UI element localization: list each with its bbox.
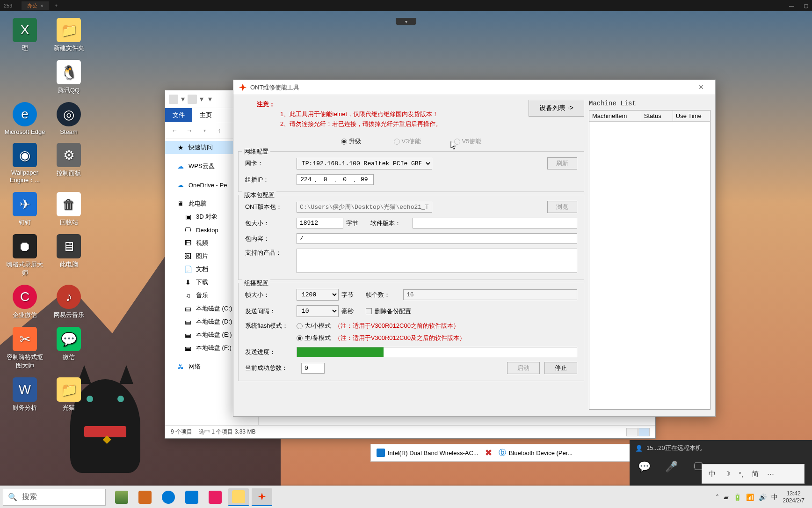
folder-icon (169, 95, 178, 104)
radio-v5[interactable]: V5使能 (454, 137, 482, 146)
radio-upgrade[interactable]: 升级 (341, 137, 361, 146)
multicast-ip-input[interactable]: . . . (297, 174, 374, 185)
frame-size-select[interactable]: 1200 (297, 289, 339, 301)
ime-jian[interactable]: 简 (750, 469, 761, 479)
desktop-icon-edge[interactable]: eMicrosoft Edge (4, 102, 46, 135)
maximize-icon[interactable]: ▢ (804, 3, 808, 9)
desktop-icon-steam[interactable]: ◎Steam (48, 102, 90, 135)
desktop-icon[interactable]: ♪网易云音乐 (48, 285, 90, 319)
tray-todesk-icon[interactable]: ▰ (724, 493, 729, 501)
active-tab[interactable]: 办公 × (22, 1, 49, 10)
desktop-icon[interactable]: ⏺嗨格式录屏大师 (4, 234, 46, 277)
desktop-icon-wechat[interactable]: 💬微信 (48, 327, 90, 370)
ime-settings-icon[interactable]: ⋯ (765, 469, 776, 479)
tray-clock[interactable]: 13:42 2024/2/7 (783, 490, 805, 504)
search-icon: 🔍 (8, 493, 17, 501)
fieldset-legend: 版本包配置 (242, 191, 276, 199)
ime-zhong[interactable]: 中 (707, 469, 718, 479)
refresh-button[interactable]: 刷新 (547, 157, 577, 169)
col-machineitem[interactable]: MachineItem (589, 110, 641, 121)
back-button[interactable]: ← (169, 127, 180, 134)
ime-moon-icon[interactable]: ☽ (722, 469, 732, 479)
success-count-input[interactable] (301, 363, 325, 374)
ime-bar[interactable]: 中 ☽ °, 简 ⋯ (702, 464, 805, 484)
col-status[interactable]: Status (641, 110, 673, 121)
ip-octet-4[interactable] (355, 175, 373, 184)
tray-volume-icon[interactable]: 🔊 (759, 493, 767, 501)
swver-input[interactable] (413, 218, 577, 228)
start-button[interactable]: 启动 (507, 362, 540, 374)
package-path-input[interactable] (297, 202, 432, 213)
device-list-button[interactable]: 设备列表 -> (529, 100, 584, 117)
qat-icon[interactable] (188, 95, 197, 104)
huawei-logo-icon (238, 83, 247, 92)
content-input[interactable] (297, 233, 577, 244)
history-dropdown[interactable]: ▾ (199, 128, 210, 133)
mic-icon[interactable]: 🎤 (664, 460, 678, 474)
size-input[interactable] (297, 218, 343, 228)
ont-titlebar[interactable]: ONT维修使能工具 × (233, 80, 715, 95)
delete-backup-checkbox[interactable]: 删除备份配置 (366, 307, 411, 316)
tray-ime[interactable]: 中 (771, 493, 778, 501)
col-usetime[interactable]: Use Time (673, 110, 710, 121)
ribbon-tab-file[interactable]: 文件 (165, 108, 192, 122)
radio-flash-small[interactable]: 大/小模式 (297, 322, 331, 330)
task-app[interactable] (205, 488, 225, 506)
close-button[interactable]: × (692, 81, 710, 94)
view-icons-button[interactable] (638, 428, 650, 436)
task-app[interactable] (181, 488, 202, 506)
nic-select[interactable]: IP:192.168.1.100 Realtek PCIe GBE Family… (297, 158, 432, 169)
interval-unit: 毫秒 (341, 307, 354, 316)
ip-octet-2[interactable] (317, 175, 334, 184)
interval-select[interactable]: 10 (297, 305, 339, 317)
content-label: 包内容： (245, 235, 292, 243)
machine-list-header: Machine List (589, 100, 710, 107)
device-remove[interactable]: ✖ (485, 448, 492, 458)
desktop-icon-recycle[interactable]: 🗑回收站 (48, 192, 90, 227)
up-button[interactable]: ↑ (214, 127, 225, 134)
frame-count-input[interactable] (403, 289, 577, 300)
taskbar-search[interactable]: 🔍 搜索 (3, 489, 106, 506)
task-app-edge[interactable] (158, 488, 179, 506)
products-textarea[interactable] (297, 249, 577, 273)
tray-battery-icon[interactable]: 🔋 (733, 493, 741, 501)
new-tab-button[interactable]: + (49, 3, 63, 8)
tray-wifi-icon[interactable]: 📶 (746, 493, 754, 501)
radio-flash-main[interactable]: 主/备模式 (297, 334, 331, 342)
chat-icon[interactable]: 💬 (637, 460, 651, 474)
desktop-icon[interactable]: C企业微信 (4, 285, 46, 319)
machine-table[interactable]: MachineItem Status Use Time (589, 110, 710, 410)
forward-button[interactable]: → (184, 127, 195, 134)
device-intel[interactable]: Intel(R) Dual Band Wireless-AC... (377, 449, 478, 457)
ip-octet-3[interactable] (336, 175, 354, 184)
ip-octet-1[interactable] (297, 175, 315, 184)
desktop-icon[interactable]: X理 (4, 18, 46, 52)
dropdown-handle[interactable]: ▾ (396, 18, 416, 25)
browse-button[interactable]: 浏览 (547, 201, 577, 213)
tray-up-icon[interactable]: ˄ (716, 493, 719, 501)
desktop-icon[interactable]: 🐧腾讯QQ (48, 60, 90, 95)
radio-v3[interactable]: V3使能 (394, 137, 421, 146)
view-details-button[interactable] (626, 428, 638, 436)
task-app-explorer[interactable] (228, 488, 249, 506)
desktop-icon[interactable]: ⚙控制面板 (48, 143, 90, 184)
desktop-icon[interactable]: ✂容制嗨格式抠图大师 (4, 327, 46, 370)
stop-button[interactable]: 停止 (544, 362, 577, 374)
task-app[interactable] (135, 488, 155, 506)
desktop-icon[interactable]: 📁新建文件夹 (48, 18, 90, 52)
ime-punct[interactable]: °, (737, 469, 745, 479)
multicast-config-fieldset: 组播配置 帧大小： 1200 字节 帧个数： 发送间隔： 10 毫秒 删除备份配… (238, 283, 584, 381)
disk-icon: 🖴 (184, 344, 192, 352)
desktop-icon[interactable]: W财务分析 (4, 377, 46, 412)
task-app[interactable] (111, 488, 132, 506)
task-app-huawei[interactable] (252, 488, 272, 506)
products-label: 支持的产品： (245, 249, 292, 257)
minimize-icon[interactable]: — (789, 3, 794, 9)
desktop-icon[interactable]: 📁光猫 (48, 377, 90, 412)
close-tab-icon[interactable]: × (40, 3, 43, 8)
desktop-icon[interactable]: ✈钉钉 (4, 192, 46, 227)
ribbon-tab-home[interactable]: 主页 (192, 108, 219, 122)
device-bluetooth[interactable]: ⓑBluetooth Device (Per... (499, 448, 573, 458)
desktop-icon-thispc[interactable]: 🖥此电脑 (48, 234, 90, 277)
desktop-icon[interactable]: ◉Wallpaper Engine：... (4, 143, 46, 184)
